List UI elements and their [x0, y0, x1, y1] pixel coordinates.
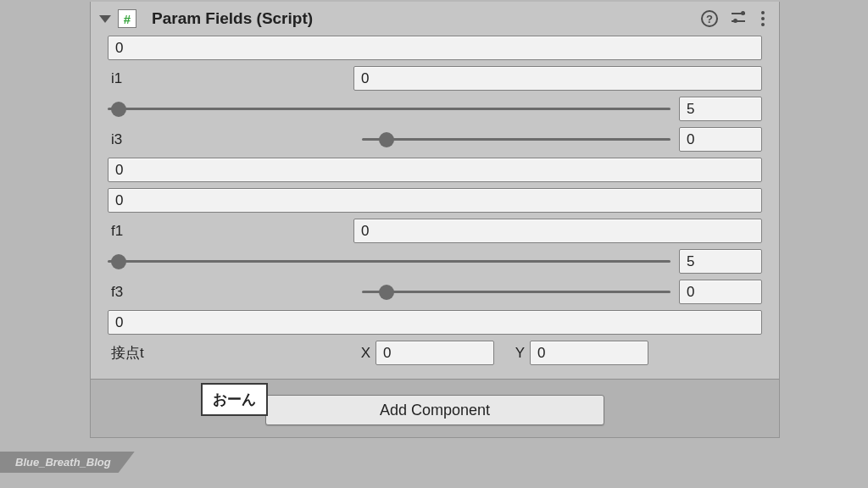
numeric-input[interactable]: 0	[530, 341, 648, 365]
watermark: Blue_Breath_Blog	[0, 452, 135, 473]
axis-label: Y	[508, 345, 525, 362]
slider-thumb-icon	[379, 132, 394, 147]
slider-row: f3 0	[108, 280, 762, 304]
vector2-row: 接点t X 0 Y 0	[108, 341, 762, 365]
numeric-input[interactable]: 0	[353, 219, 762, 243]
ime-candidate-popup[interactable]: おーん	[201, 383, 268, 416]
preset-icon[interactable]	[730, 10, 747, 27]
numeric-input[interactable]: 0	[108, 310, 762, 335]
field-label: i3	[108, 131, 353, 148]
slider-thumb-icon	[111, 254, 126, 269]
numeric-input[interactable]: 0	[108, 36, 762, 60]
numeric-input[interactable]: 0	[108, 188, 762, 213]
numeric-input[interactable]: 5	[679, 97, 762, 121]
slider[interactable]	[108, 99, 670, 119]
numeric-input[interactable]: 0	[679, 127, 762, 152]
component-fields: 0 i1 0 5 i3 0 0	[91, 34, 779, 374]
axis-label: X	[353, 345, 370, 362]
numeric-input[interactable]: 0	[108, 158, 762, 182]
field-label: 接点t	[108, 343, 353, 363]
numeric-input[interactable]: 0	[376, 341, 494, 365]
field-label: f1	[108, 223, 353, 240]
script-icon: #	[118, 9, 136, 28]
field-row: f1 0	[108, 219, 762, 243]
foldout-arrow-icon[interactable]	[99, 15, 111, 23]
help-icon[interactable]: ?	[701, 10, 718, 27]
add-component-button[interactable]: Add Component	[265, 395, 604, 425]
slider[interactable]	[362, 282, 670, 302]
slider[interactable]	[108, 252, 670, 272]
field-row: 0	[108, 36, 762, 60]
slider-row: 5	[108, 249, 762, 274]
numeric-input[interactable]: 5	[679, 249, 762, 274]
slider-thumb-icon	[111, 102, 126, 117]
slider[interactable]	[362, 130, 670, 150]
numeric-input[interactable]: 0	[353, 66, 762, 91]
field-label: i1	[108, 70, 353, 87]
slider-thumb-icon	[379, 285, 394, 300]
field-label: f3	[108, 284, 353, 301]
component-title: Param Fields (Script)	[152, 9, 701, 28]
field-row: i1 0	[108, 66, 762, 91]
field-row: 0	[108, 188, 762, 213]
component-header[interactable]: # Param Fields (Script) ?	[91, 2, 779, 34]
field-row: 0	[108, 158, 762, 182]
inspector-component-panel: # Param Fields (Script) ? 0 i1 0 5 i3	[90, 2, 780, 438]
slider-row: 5	[108, 97, 762, 121]
numeric-input[interactable]: 0	[679, 280, 762, 304]
field-row: 0	[108, 310, 762, 335]
slider-row: i3 0	[108, 127, 762, 152]
component-footer: おーん Add Component	[91, 379, 779, 437]
kebab-menu-icon[interactable]	[759, 10, 767, 27]
